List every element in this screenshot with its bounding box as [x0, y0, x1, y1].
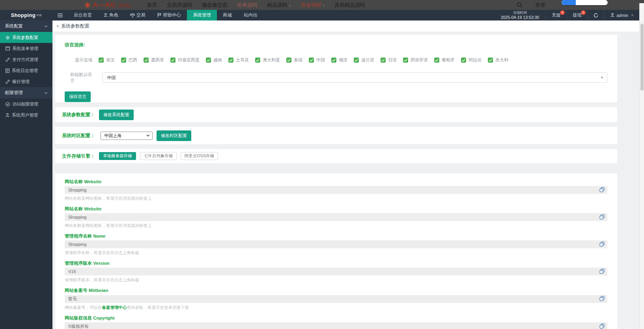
language-checkbox-english[interactable]: 英文 — [99, 57, 115, 63]
checkbox-checked-icon[interactable] — [121, 58, 126, 63]
chevron-down-icon — [44, 92, 48, 94]
language-checkbox-turkey[interactable]: 土耳其 — [228, 57, 249, 63]
sidebar-item-system-users[interactable]: 系统用户管理 — [0, 110, 52, 121]
beian-center-link[interactable]: 备案管理中心 — [102, 305, 127, 310]
nav-item-trade[interactable]: 交易 — [124, 10, 151, 20]
language-checkbox-italian[interactable]: 意大利 — [488, 57, 508, 63]
nav-item-mall[interactable]: 商城 — [217, 10, 238, 20]
field-input-wrap — [65, 213, 607, 221]
language-checkbox-polish[interactable]: 波兰语 — [354, 57, 374, 63]
sidebar-item-access-permissions[interactable]: 访问权限管理 — [0, 99, 52, 110]
storage-qiniu-button[interactable]: 七牛云对象存储 — [140, 152, 177, 160]
checkbox-checked-icon[interactable] — [228, 58, 233, 63]
copy-icon[interactable] — [599, 323, 605, 329]
bg-nav-exchange[interactable]: 交易所源码 — [167, 2, 192, 9]
hamburger-menu-icon[interactable] — [52, 10, 68, 20]
default-language-select[interactable]: 中国 ▼ — [103, 72, 607, 83]
modify-system-config-button[interactable]: 修改系统配置 — [99, 110, 134, 120]
checkbox-checked-icon[interactable] — [488, 58, 493, 63]
language-checkbox-japanese[interactable]: 日语 — [381, 57, 397, 63]
withdraw-button[interactable]: 提现 0 — [567, 10, 588, 20]
checkbox-checked-icon[interactable] — [206, 58, 211, 63]
copy-icon[interactable] — [599, 187, 605, 192]
bg-nav-finance[interactable]: 资金理财∨ — [301, 2, 325, 9]
bg-nav-orders[interactable]: 拾单源码 — [237, 2, 258, 9]
nav-item-dashboard[interactable]: 后台首页 — [68, 10, 98, 20]
modify-timezone-button[interactable]: 修改时区配置 — [157, 130, 191, 141]
bg-nav-microtrade[interactable]: 微盘微交易 — [202, 2, 228, 9]
checkbox-label: 阿拉伯 — [469, 57, 482, 63]
language-checkbox-russian[interactable]: 俄语 — [331, 57, 347, 63]
person-icon — [6, 113, 9, 117]
website-name-input[interactable] — [65, 186, 607, 194]
timezone-select[interactable]: 中国上海 — [101, 132, 153, 140]
bg-nav-premium[interactable]: 精品源码∨ — [267, 2, 291, 9]
checkbox-checked-icon[interactable] — [403, 58, 408, 63]
checkbox-checked-icon[interactable] — [354, 58, 359, 63]
sidebar-item-bank-management[interactable]: 银行管理 — [0, 76, 52, 87]
checkbox-checked-icon[interactable] — [331, 58, 336, 63]
checkbox-checked-icon[interactable] — [309, 58, 314, 63]
refresh-button[interactable] — [588, 10, 605, 20]
storage-local-button[interactable]: 本地服务器存储 — [99, 152, 136, 160]
checkbox-checked-icon[interactable] — [255, 58, 260, 63]
background-site-right: 登录 — [517, 2, 545, 9]
checkbox-checked-icon[interactable] — [434, 58, 439, 63]
bg-nav-home[interactable]: 首页 — [147, 2, 157, 9]
language-checkbox-indonesia[interactable]: 印度尼西亚 — [170, 57, 200, 63]
sidebar-section-system-config[interactable]: 系统配置 — [0, 20, 52, 32]
page-scrollbar[interactable] — [639, 3, 644, 329]
copy-icon[interactable] — [599, 214, 605, 219]
search-icon[interactable] — [517, 2, 523, 8]
admin-version-input[interactable] — [65, 268, 607, 275]
language-checkbox-china[interactable]: 中国 — [309, 57, 325, 63]
nav-item-messages[interactable]: 站内信 — [238, 10, 263, 20]
person-icon — [104, 13, 108, 17]
sidebar-item-system-logs[interactable]: 系统日志管理 — [0, 65, 52, 76]
checkbox-label: 西班牙语 — [411, 57, 428, 63]
website-name-input-2[interactable] — [65, 213, 607, 221]
nav-item-roles[interactable]: 角色 — [98, 10, 124, 20]
user-menu[interactable]: admin ∧ — [605, 10, 639, 20]
field-label: 管理程序名称 Name — [65, 233, 607, 239]
sidebar-section-permissions[interactable]: 权限管理 — [0, 87, 52, 99]
storage-aliyun-oss-button[interactable]: 阿里云OSS存储 — [181, 152, 218, 160]
checkbox-checked-icon[interactable] — [461, 58, 466, 63]
sidebar-item-system-params[interactable]: 系统参数配置 — [0, 32, 52, 43]
login-link[interactable]: 登录 — [535, 2, 545, 9]
language-checkbox-australia[interactable]: 澳大利亚 — [255, 57, 280, 63]
language-checkbox-mexico[interactable]: 墨西哥 — [144, 57, 164, 63]
username-label: admin — [616, 13, 628, 18]
language-checkbox-portuguese[interactable]: 葡萄牙 — [434, 57, 455, 63]
language-checkbox-vietnam[interactable]: 越南 — [206, 57, 222, 63]
bg-nav-other[interactable]: 其他精品源码 — [334, 2, 365, 9]
top-nav: 后台首页 角色 交易 帮助中心 系统管理 商城 站内信 — [68, 10, 263, 20]
checkbox-checked-icon[interactable] — [99, 58, 104, 63]
checkbox-label: 波兰语 — [361, 57, 374, 63]
checkbox-checked-icon[interactable] — [381, 58, 386, 63]
checkbox-checked-icon[interactable] — [144, 58, 149, 63]
language-checkbox-brazil[interactable]: 巴西 — [121, 57, 137, 63]
miitbeian-input[interactable] — [65, 295, 607, 303]
language-checkbox-arabic[interactable]: 阿拉伯 — [461, 57, 482, 63]
chevron-down-icon: ∨ — [289, 4, 291, 7]
language-checkbox-thailand[interactable]: 泰国 — [286, 57, 302, 63]
sidebar-item-payment-methods[interactable]: 支付方式管理 — [0, 54, 52, 65]
language-checkbox-spanish[interactable]: 西班牙语 — [403, 57, 428, 63]
copyright-input[interactable] — [65, 322, 607, 329]
checkbox-checked-icon[interactable] — [286, 58, 291, 63]
background-site-nav: 首页 交易所源码 微盘微交易 拾单源码 精品源码∨ 资金理财∨ 其他精品源码 — [147, 2, 375, 9]
sidebar-item-system-menu[interactable]: 系统菜单管理 — [0, 43, 52, 54]
copy-icon[interactable] — [599, 296, 605, 301]
admin-name-input[interactable] — [65, 240, 607, 248]
nav-item-help-center[interactable]: 帮助中心 — [151, 10, 187, 20]
save-language-button[interactable]: 保存语言 — [65, 91, 91, 102]
browser-overlay-pill[interactable] — [562, 0, 608, 5]
scrollbar-thumb[interactable] — [640, 24, 644, 91]
checkbox-checked-icon[interactable] — [170, 58, 175, 63]
recharge-button[interactable]: 充值 9 — [546, 10, 567, 20]
copy-icon[interactable] — [599, 242, 605, 247]
nav-item-trade-label: 交易 — [136, 12, 146, 18]
nav-item-system-management[interactable]: 系统管理 — [187, 10, 217, 20]
copy-icon[interactable] — [599, 269, 605, 274]
